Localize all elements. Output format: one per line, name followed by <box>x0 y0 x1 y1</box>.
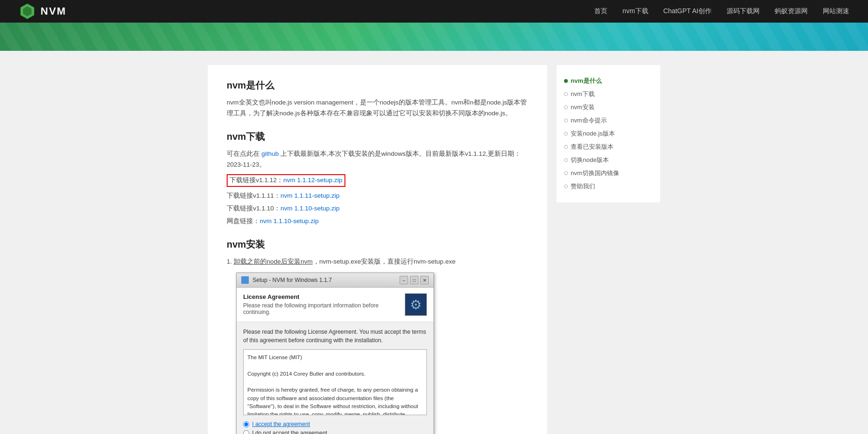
sidebar-label-support-us: 赞助我们 <box>571 182 595 191</box>
step1-prefix: 1. <box>227 258 234 265</box>
dialog-titlebar: Setup - NVM for Windows 1.1.7 – □ ✕ <box>237 273 434 288</box>
sidebar-item-switch-mirror[interactable]: nvm切换国内镜像 <box>564 167 653 180</box>
sidebar-dot-view-installed <box>564 145 568 149</box>
sidebar-dot-install-nodejs <box>564 132 568 136</box>
section2-title: nvm下载 <box>227 130 528 143</box>
download-item-1: 下载链接v1.1.11：nvm 1.1.11-setup.zip <box>227 191 528 201</box>
download-link-2[interactable]: nvm 1.1.10-setup.zip <box>280 205 339 212</box>
download-link-1[interactable]: nvm 1.1.11-setup.zip <box>280 192 339 199</box>
main-content: nvm是什么 nvm全英文也叫node.js version managemen… <box>208 65 547 434</box>
setup-dialog-wrapper: Setup - NVM for Windows 1.1.7 – □ ✕ Lice… <box>227 273 528 434</box>
sidebar-label-switch-mirror: nvm切换国内镜像 <box>571 169 619 177</box>
section1-body: nvm全英文也叫node.js version management，是一个no… <box>227 97 528 119</box>
sidebar-label-view-installed: 查看已安装版本 <box>571 143 614 151</box>
radio-decline: I do not accept the agreement <box>243 430 427 434</box>
nav-links: 首页 nvm下载 ChatGPT AI创作 源码下载网 蚂蚁资源网 网站测速 <box>594 7 849 16</box>
install-step1: 1. 卸载之前的node后安装nvm，nvm-setup.exe安装版，直接运行… <box>227 257 528 267</box>
dialog-instruction: Please read the following License Agreem… <box>243 328 427 345</box>
nav-download[interactable]: nvm下载 <box>622 7 648 16</box>
dialog-header-title: License Agreement <box>243 293 405 300</box>
sidebar-item-nvm-commands[interactable]: nvm命令提示 <box>564 114 653 127</box>
sidebar-item-nvm-intro[interactable]: nvm是什么 <box>564 74 653 88</box>
nav-ant[interactable]: 蚂蚁资源网 <box>775 7 808 16</box>
setup-dialog: Setup - NVM for Windows 1.1.7 – □ ✕ Lice… <box>236 273 434 434</box>
download-item-3: 网盘链接：nvm 1.1.10-setup.zip <box>227 216 528 227</box>
download-label-3: 网盘链接： <box>227 217 260 225</box>
radio-decline-label: I do not accept the agreement <box>252 430 327 434</box>
download-link-3[interactable]: nvm 1.1.10-setup.zip <box>260 217 319 225</box>
section3-title: nvm安装 <box>227 238 528 251</box>
github-link[interactable]: github <box>262 150 279 157</box>
download-label-0: 下载链接v1.1.12： <box>229 177 283 184</box>
logo-area: NVM <box>19 3 66 20</box>
radio-accept: I accept the agreement <box>243 421 427 427</box>
sidebar-item-install-nodejs[interactable]: 安装node.js版本 <box>564 127 653 140</box>
sidebar-dot-nvm-commands <box>564 119 568 122</box>
sidebar-dot-nvm-download <box>564 92 568 96</box>
download-item-2: 下载链接v1.1.10：nvm 1.1.10-setup.zip <box>227 203 528 214</box>
step1-underline: 卸载之前的node后安装nvm <box>234 258 313 265</box>
accept-link[interactable]: I accept the agreement <box>252 421 310 427</box>
sidebar-label-switch-node: 切换node版本 <box>571 156 609 164</box>
nvm-logo-icon <box>19 3 36 20</box>
download-list: 下载链接v1.1.12：nvm 1.1.12-setup.zip 下载链接v1.… <box>227 174 528 227</box>
radio-accept-input[interactable] <box>243 421 249 427</box>
dialog-setup-icon: ⚙ <box>405 293 427 316</box>
brand-name: NVM <box>41 5 66 17</box>
page-body: nvm是什么 nvm全英文也叫node.js version managemen… <box>0 51 868 434</box>
dialog-title-text: Setup - NVM for Windows 1.1.7 <box>241 276 332 284</box>
dialog-close-button[interactable]: ✕ <box>420 276 429 284</box>
dialog-window-controls: – □ ✕ <box>400 276 429 284</box>
license-text-box[interactable]: The MIT License (MIT) Copyright (c) 2014… <box>243 349 427 415</box>
nav-speed[interactable]: 网站测速 <box>823 7 849 16</box>
sidebar-dot-switch-node <box>564 158 568 162</box>
download-label-2: 下载链接v1.1.10： <box>227 205 280 212</box>
sidebar-label-nvm-download: nvm下载 <box>571 90 595 98</box>
sidebar-dot-switch-mirror <box>564 171 568 175</box>
download-item-0: 下载链接v1.1.12：nvm 1.1.12-setup.zip <box>227 174 528 189</box>
dialog-header: License Agreement Please read the follow… <box>237 288 434 322</box>
nav-source[interactable]: 源码下载网 <box>727 7 760 16</box>
sidebar-item-view-installed[interactable]: 查看已安装版本 <box>564 140 653 153</box>
license-line-0: The MIT License (MIT) <box>247 354 423 362</box>
sidebar-label-install-nodejs: 安装node.js版本 <box>571 129 615 138</box>
banner <box>0 23 868 51</box>
radio-accept-label: I accept the agreement <box>252 421 310 427</box>
agreement-radio-group: I accept the agreement I do not accept t… <box>243 421 427 434</box>
nav-chatgpt[interactable]: ChatGPT AI创作 <box>663 7 712 16</box>
dialog-minimize-button[interactable]: – <box>400 276 408 284</box>
sidebar-label-nvm-commands: nvm命令提示 <box>571 116 607 125</box>
intro-prefix: 可在点此在 <box>227 150 260 157</box>
sidebar-item-nvm-download[interactable]: nvm下载 <box>564 88 653 101</box>
sidebar-item-support-us[interactable]: 赞助我们 <box>564 180 653 193</box>
sidebar-label-nvm-intro: nvm是什么 <box>571 77 602 85</box>
radio-decline-input[interactable] <box>243 430 249 434</box>
sidebar-label-nvm-install: nvm安装 <box>571 103 595 112</box>
sidebar-dot-support-us <box>564 185 568 188</box>
download-intro: 可在点此在 github 上下载最新版本,本次下载安装的是windows版本。目… <box>227 149 528 170</box>
step1-suffix: ，nvm-setup.exe安装版，直接运行nvm-setup.exe <box>313 258 456 265</box>
download-label-1: 下载链接v1.1.11： <box>227 192 280 199</box>
section1-title: nvm是什么 <box>227 79 528 92</box>
sidebar-item-nvm-install[interactable]: nvm安装 <box>564 101 653 114</box>
download-link-0[interactable]: nvm 1.1.12-setup.zip <box>283 177 342 184</box>
license-line-2: Copyright (c) 2014 Corey Butler and cont… <box>247 370 423 378</box>
dialog-app-icon <box>241 276 249 284</box>
dialog-body: Please read the following License Agreem… <box>237 322 434 434</box>
dialog-header-text: License Agreement Please read the follow… <box>243 293 405 315</box>
top-navigation: NVM 首页 nvm下载 ChatGPT AI创作 源码下载网 蚂蚁资源网 网站… <box>0 0 868 23</box>
dialog-maximize-button[interactable]: □ <box>410 276 418 284</box>
dialog-title: Setup - NVM for Windows 1.1.7 <box>253 277 332 283</box>
sidebar-item-switch-node[interactable]: 切换node版本 <box>564 153 653 167</box>
license-line-4: Permission is hereby granted, free of ch… <box>247 386 423 415</box>
sidebar: nvm是什么 nvm下载 nvm安装 nvm命令提示 安装node.js版本 查… <box>557 65 660 202</box>
dialog-header-subtitle: Please read the following important info… <box>243 302 405 315</box>
sidebar-dot-nvm-intro <box>564 79 568 83</box>
sidebar-dot-nvm-install <box>564 105 568 109</box>
nav-home[interactable]: 首页 <box>594 7 607 16</box>
